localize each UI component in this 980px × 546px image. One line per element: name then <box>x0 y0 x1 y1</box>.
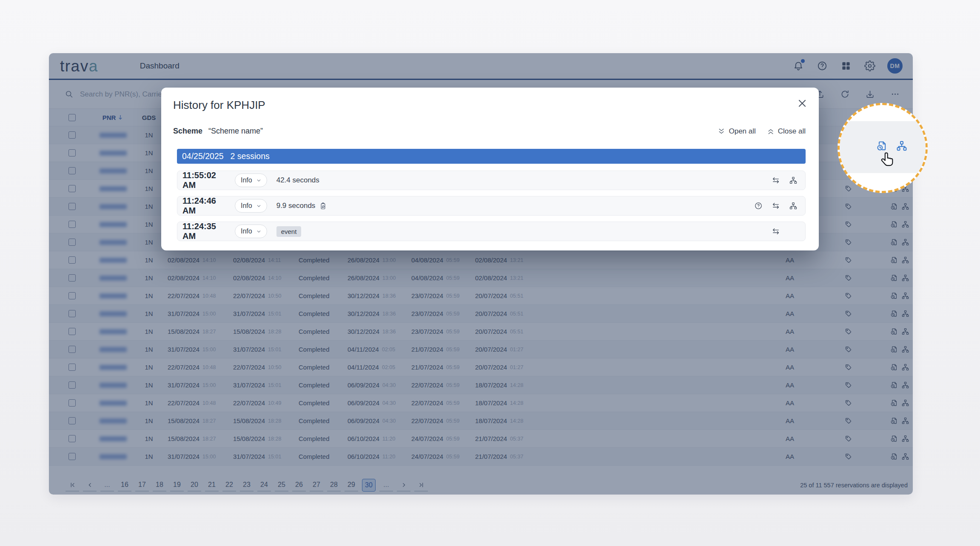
swap-icon[interactable] <box>772 202 780 210</box>
hierarchy-icon[interactable] <box>789 202 798 210</box>
scheme-value: “Scheme name” <box>208 127 263 136</box>
double-chevron-down-icon <box>718 128 725 135</box>
log-level-select[interactable]: Info <box>235 173 267 187</box>
session-duration: 42.4 seconds <box>276 176 319 185</box>
log-level-select[interactable]: Info <box>235 199 267 213</box>
chevron-down-icon <box>256 229 261 234</box>
session-duration: 9.9 seconds <box>276 202 328 210</box>
session-actions <box>754 202 798 210</box>
session-group-date: 04/25/2025 <box>182 151 224 161</box>
log-level-select[interactable]: Info <box>235 225 267 238</box>
session-group-header[interactable]: 04/25/2025 2 sessions <box>177 149 806 164</box>
session-time: 11:24:46 AM <box>182 196 228 216</box>
session-row: 11:24:46 AMInfo9.9 seconds <box>177 196 806 216</box>
close-all-label: Close all <box>778 127 806 136</box>
modal-title: History for KPHJIP <box>173 99 265 112</box>
history-icon[interactable] <box>876 140 888 152</box>
session-actions <box>754 227 798 236</box>
swap-icon[interactable] <box>772 227 780 236</box>
double-chevron-up-icon <box>767 128 775 135</box>
swap-icon[interactable] <box>772 176 780 185</box>
chevron-down-icon <box>256 204 261 208</box>
session-row: 11:24:35 AMInfoevent <box>177 222 806 241</box>
hierarchy-icon[interactable] <box>789 176 798 185</box>
session-time: 11:55:02 AM <box>182 171 228 190</box>
open-all-button[interactable]: Open all <box>718 127 755 136</box>
question-icon[interactable] <box>754 202 763 210</box>
close-all-button[interactable]: Close all <box>767 127 806 136</box>
copy-icon[interactable] <box>319 202 327 210</box>
spotlight-highlight <box>838 103 928 193</box>
session-row: 11:55:02 AMInfo42.4 seconds <box>177 171 806 190</box>
close-icon[interactable] <box>797 98 808 109</box>
scheme-row: Scheme “Scheme name” Open all Close all <box>173 127 806 136</box>
cursor-icon <box>879 151 896 168</box>
event-badge: event <box>276 226 302 237</box>
session-time: 11:24:35 AM <box>182 222 228 241</box>
history-modal: History for KPHJIP Scheme “Scheme name” … <box>161 88 819 250</box>
hierarchy-icon[interactable] <box>896 140 908 152</box>
session-actions <box>754 176 798 185</box>
chevron-down-icon <box>256 178 261 183</box>
open-all-label: Open all <box>729 127 755 136</box>
session-group-count: 2 sessions <box>231 151 270 161</box>
scheme-label: Scheme <box>173 127 202 136</box>
